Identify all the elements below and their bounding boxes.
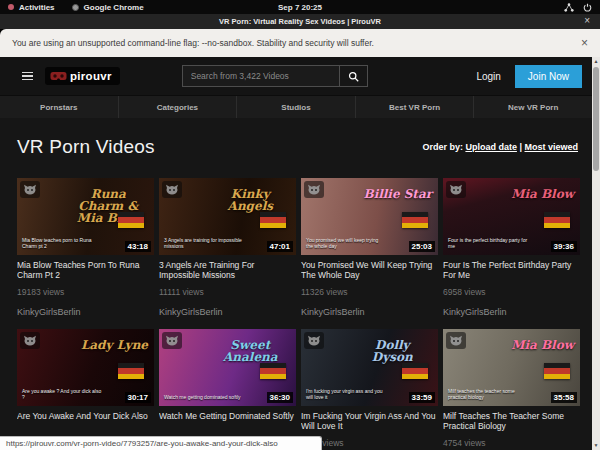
studio-link[interactable]: KinkyGirlsBerlin <box>301 307 438 317</box>
window-title: VR Porn: Virtual Reality Sex Videos | Pi… <box>219 17 381 26</box>
login-link[interactable]: Login <box>476 71 500 82</box>
video-title[interactable]: You Promised We Will Keep Trying The Who… <box>301 260 438 280</box>
thumbnail-caption: Mia Blow teaches porn to Runa Charm pt 2 <box>22 237 101 251</box>
video-card[interactable]: Billie Star You promised we will keep tr… <box>301 178 438 319</box>
hamburger-menu-icon[interactable] <box>22 72 33 81</box>
studio-catmask-logo-icon <box>20 181 40 198</box>
german-flag-icon <box>260 363 286 379</box>
studio-link[interactable]: KinkyGirlsBerlin <box>159 307 296 317</box>
video-title[interactable]: 3 Angels Are Training For Impossible Mis… <box>159 260 296 280</box>
view-count: 19183 views <box>17 287 154 297</box>
german-flag-icon <box>260 212 286 228</box>
thumbnail-overlay-title: Kinky Angels <box>211 188 290 212</box>
browser-titlebar: VR Porn: Virtual Reality Sex Videos | Pi… <box>0 14 600 29</box>
site-header: pirouvr Login Join Now <box>0 57 592 95</box>
video-thumbnail[interactable]: Dolly Dyson I'm fucking your virgin ass … <box>301 329 438 406</box>
site-logo-text: pirouvr <box>70 70 112 82</box>
studio-link[interactable]: KinkyGirlsBerlin <box>17 307 154 317</box>
view-count: 11111 views <box>159 287 296 297</box>
video-card[interactable]: Mia Blow Four is the perfect birthday pa… <box>443 178 580 319</box>
german-flag-icon <box>402 363 428 379</box>
scrollbar[interactable]: ▲ ▼ <box>592 57 600 450</box>
thumbnail-overlay-title: Lady Lyne <box>81 339 148 351</box>
thumbnail-caption: Are you awake ? And your dick also ? <box>22 388 101 402</box>
browser-viewport: pirouvr Login Join Now Pornstars Cate <box>0 57 600 450</box>
video-card[interactable]: Dolly Dyson I'm fucking your virgin ass … <box>301 329 438 450</box>
thumbnail-caption: Watch me getting dominated softly <box>164 394 243 401</box>
studio-catmask-logo-icon <box>162 332 182 349</box>
studio-catmask-logo-icon <box>446 332 466 349</box>
order-by: Order by: Upload date | Most viewed <box>422 142 578 152</box>
scroll-up-icon[interactable]: ▲ <box>594 57 599 66</box>
screen: Activities Google Chrome Sep 7 20:25 VR … <box>0 0 600 450</box>
german-flag-icon <box>544 363 570 379</box>
video-title[interactable]: Are You Awake And Your Dick Also <box>17 411 154 431</box>
video-card[interactable]: Runa Charm & Mia Blow Mia Blow teaches p… <box>17 178 154 319</box>
duration-badge: 30:17 <box>125 392 151 403</box>
thumbnail-caption: Milf teaches the teacher some practical … <box>448 388 527 402</box>
video-card[interactable]: Kinky Angels 3 Angels are training for i… <box>159 178 296 319</box>
video-title[interactable]: Milf Teaches The Teacher Some Practical … <box>443 411 580 431</box>
nav-categories[interactable]: Categories <box>118 96 237 118</box>
scroll-down-icon[interactable]: ▼ <box>594 441 599 450</box>
thumbnail-overlay-title: Billie Star <box>364 188 433 200</box>
view-count: 6958 views <box>443 287 580 297</box>
studio-catmask-logo-icon <box>304 181 324 198</box>
video-title[interactable]: Mia Blow Teaches Porn To Runa Charm Pt 2 <box>17 260 154 280</box>
search-icon <box>348 71 359 82</box>
scrollbar-thumb[interactable] <box>593 67 599 171</box>
studio-catmask-logo-icon <box>20 332 40 349</box>
window-close-icon[interactable]: × <box>584 15 590 26</box>
studio-catmask-logo-icon <box>446 181 466 198</box>
duration-badge: 25:03 <box>409 241 435 252</box>
activities-button[interactable]: Activities <box>19 3 55 12</box>
infobar-close-icon[interactable]: × <box>581 36 588 50</box>
video-thumbnail[interactable]: Mia Blow Four is the perfect birthday pa… <box>443 178 580 255</box>
search-input[interactable] <box>182 65 340 87</box>
chrome-infobar: You are using an unsupported command-lin… <box>0 29 600 57</box>
video-title[interactable]: Four Is The Perfect Birthday Party For M… <box>443 260 580 280</box>
search-button[interactable] <box>340 65 368 87</box>
recording-indicator-icon <box>8 4 14 10</box>
video-thumbnail[interactable]: Mia Blow Milf teaches the teacher some p… <box>443 329 580 406</box>
nav-best-vr[interactable]: Best VR Porn <box>355 96 474 118</box>
video-card[interactable]: Sweet Analena Watch me getting dominated… <box>159 329 296 450</box>
focused-app-menu[interactable]: Google Chrome <box>84 3 144 12</box>
studio-catmask-logo-icon <box>162 181 182 198</box>
order-upload-date-link[interactable]: Upload date <box>465 142 517 152</box>
view-count: 4754 views <box>443 438 580 448</box>
studio-catmask-logo-icon <box>304 332 324 349</box>
video-title[interactable]: Im Fucking Your Virgin Ass And You Will … <box>301 411 438 431</box>
studio-link[interactable]: KinkyGirlsBerlin <box>443 307 580 317</box>
nav-studios[interactable]: Studios <box>236 96 355 118</box>
nav-new-vr[interactable]: New VR Porn <box>473 96 592 118</box>
network-icon[interactable] <box>564 3 574 12</box>
video-title[interactable]: Watch Me Getting Dominated Softly <box>159 411 296 431</box>
video-grid: Runa Charm & Mia Blow Mia Blow teaches p… <box>17 178 580 450</box>
german-flag-icon <box>544 212 570 228</box>
order-most-viewed-link[interactable]: Most viewed <box>524 142 578 152</box>
video-card[interactable]: Lady Lyne Are you awake ? And your dick … <box>17 329 154 450</box>
duration-badge: 35:58 <box>551 392 577 403</box>
nav-pornstars[interactable]: Pornstars <box>0 96 118 118</box>
video-thumbnail[interactable]: Kinky Angels 3 Angels are training for i… <box>159 178 296 255</box>
gnome-top-bar: Activities Google Chrome Sep 7 20:25 <box>0 0 600 14</box>
duration-badge: 39:36 <box>551 241 577 252</box>
join-now-button[interactable]: Join Now <box>515 65 582 88</box>
power-icon[interactable] <box>583 3 592 12</box>
german-flag-icon <box>118 363 144 379</box>
thumbnail-overlay-title: Mia Blow <box>511 188 574 200</box>
video-thumbnail[interactable]: Sweet Analena Watch me getting dominated… <box>159 329 296 406</box>
video-thumbnail[interactable]: Billie Star You promised we will keep tr… <box>301 178 438 255</box>
duration-badge: 47:01 <box>267 241 293 252</box>
page-title: VR Porn Videos <box>17 136 155 158</box>
video-thumbnail[interactable]: Lady Lyne Are you awake ? And your dick … <box>17 329 154 406</box>
video-card[interactable]: Mia Blow Milf teaches the teacher some p… <box>443 329 580 450</box>
thumbnail-caption: You promised we will keep trying the who… <box>306 237 385 251</box>
duration-badge: 36:30 <box>267 392 293 403</box>
duration-badge: 33:59 <box>409 392 435 403</box>
video-thumbnail[interactable]: Runa Charm & Mia Blow Mia Blow teaches p… <box>17 178 154 255</box>
view-count: 11326 views <box>301 287 438 297</box>
site-logo[interactable]: pirouvr <box>45 67 120 85</box>
status-url-bubble: https://pirouvr.com/vr-porn-video/779325… <box>0 436 322 450</box>
